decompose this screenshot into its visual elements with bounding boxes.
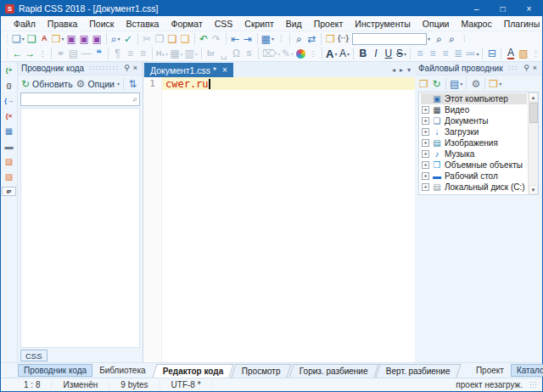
- expand-icon[interactable]: +: [422, 150, 429, 158]
- toolbar-grip[interactable]: [6, 34, 8, 44]
- new-document-icon[interactable]: ❏▾: [11, 32, 25, 46]
- menu-script[interactable]: Скрипт: [238, 19, 279, 29]
- new-style-icon[interactable]: {+: [2, 64, 16, 76]
- find-next-icon[interactable]: ⌕: [445, 32, 458, 46]
- bold-icon[interactable]: B: [356, 47, 369, 60]
- document-tab[interactable]: Документ1.css * ×: [144, 63, 233, 77]
- replace-icon[interactable]: ⇄: [305, 32, 318, 46]
- color-picker-icon[interactable]: [294, 47, 307, 60]
- expand-icon[interactable]: +: [422, 183, 429, 191]
- folder-up-icon[interactable]: ❒: [417, 77, 430, 91]
- scroll-down-icon[interactable]: ▼: [529, 185, 538, 194]
- search-icon[interactable]: ⌕▾: [109, 32, 122, 46]
- menu-format[interactable]: Формат: [165, 19, 208, 29]
- close-button[interactable]: ×: [516, 1, 542, 16]
- list-style-icon[interactable]: ≔▾: [464, 47, 479, 60]
- section-icon[interactable]: ▬: [2, 141, 16, 153]
- goto-style-icon[interactable]: {→: [2, 95, 16, 107]
- tab-library[interactable]: Библиотека: [94, 365, 150, 376]
- toolbar1-overflow2-icon[interactable]: ⋮: [458, 35, 470, 42]
- expand-icon[interactable]: +: [422, 161, 429, 169]
- undo-icon[interactable]: ↶: [198, 32, 210, 46]
- close-icon[interactable]: ×: [531, 64, 539, 72]
- check-css-icon[interactable]: ▨: [2, 156, 16, 168]
- find-previous-icon[interactable]: ⌕: [433, 32, 445, 46]
- close-icon[interactable]: ×: [132, 64, 139, 72]
- div-box-icon[interactable]: ⊟: [485, 47, 498, 60]
- toolbar2-overflow3-icon[interactable]: ⋮: [529, 50, 541, 58]
- paste-icon[interactable]: ❑: [166, 32, 179, 46]
- font-decrease-icon[interactable]: A▾: [338, 47, 350, 60]
- tree-item-documents[interactable]: +❏Документы: [421, 115, 527, 126]
- find-icon[interactable]: ⌕: [293, 32, 305, 46]
- tab-project[interactable]: Проект: [471, 365, 509, 376]
- unindent-icon[interactable]: ⇤: [229, 32, 242, 46]
- expand-icon[interactable]: +: [422, 139, 429, 147]
- open-folder-icon[interactable]: ❒▾: [51, 32, 65, 46]
- tree-item-music[interactable]: +♪Музыка: [421, 148, 527, 160]
- menu-view[interactable]: Вид: [280, 19, 308, 29]
- menu-project[interactable]: Проект: [308, 19, 350, 29]
- table-grid-icon[interactable]: ▦: [2, 126, 16, 137]
- font-color-icon[interactable]: A: [504, 47, 517, 60]
- align-center-icon[interactable]: ≡: [426, 47, 439, 60]
- delete-style-icon[interactable]: {×: [2, 110, 16, 122]
- paste-code-icon[interactable]: ❑: [179, 32, 192, 46]
- dropdown-icon[interactable]: ▾: [428, 36, 430, 42]
- edit-document-icon[interactable]: ❏: [25, 32, 38, 46]
- menu-plugins[interactable]: Плагины: [498, 19, 543, 29]
- tree-item-pictures[interactable]: +▤Изображения: [421, 137, 527, 148]
- resize-grip[interactable]: [529, 381, 537, 389]
- tree-item-this-computer[interactable]: ▣Этот компьютер: [421, 93, 527, 104]
- refresh-icon[interactable]: ↻Обновить: [20, 77, 76, 91]
- comment-icon[interactable]: ❝: [92, 47, 105, 60]
- tab-preview[interactable]: Просмотр: [231, 364, 291, 378]
- options-gear-icon[interactable]: ⚙Опции▾: [76, 77, 120, 91]
- font-increase-icon[interactable]: A▾: [325, 47, 338, 60]
- italic-icon[interactable]: I: [369, 47, 382, 60]
- toolbar1-overflow-icon[interactable]: ⋮: [275, 35, 287, 42]
- menu-macro[interactable]: Макрос: [455, 19, 497, 29]
- expand-icon[interactable]: +: [422, 128, 429, 136]
- sort-az-icon[interactable]: ⇅: [126, 77, 139, 91]
- minimize-button[interactable]: –: [463, 1, 490, 16]
- align-left-icon[interactable]: ≡: [413, 47, 426, 60]
- expand-icon[interactable]: +: [422, 106, 429, 114]
- favorites-folder-icon[interactable]: ❒▾: [488, 77, 502, 91]
- code-search-input[interactable]: [20, 92, 140, 106]
- maximize-button[interactable]: □: [490, 1, 516, 16]
- tree-item-local-disk-c[interactable]: +▤Локальный диск (C:): [421, 182, 527, 193]
- refresh-folder-icon[interactable]: ↻: [430, 77, 443, 91]
- expand-icon[interactable]: +: [422, 117, 429, 125]
- tab-code-editor[interactable]: Редактор кода: [152, 364, 234, 378]
- ip-button[interactable]: IP: [2, 187, 16, 196]
- tab-close-icon[interactable]: ×: [222, 65, 227, 75]
- expand-icon[interactable]: +: [422, 172, 429, 180]
- save-icon[interactable]: ▣: [65, 32, 78, 46]
- css-scope-tab[interactable]: CSS: [20, 350, 48, 361]
- spellcheck-icon[interactable]: ✓: [122, 32, 135, 46]
- tree-item-3d-objects[interactable]: +❒Объемные объекты: [421, 160, 527, 171]
- settings-gear-icon[interactable]: ⚙: [469, 77, 482, 91]
- tree-item-desktop[interactable]: +▬Рабочий стол: [421, 171, 527, 182]
- find-combo-input[interactable]: [352, 33, 427, 45]
- menu-options[interactable]: Опции: [417, 19, 456, 29]
- code-snippet-icon[interactable]: {··}: [337, 32, 350, 46]
- highlight-color-icon[interactable]: ▨: [517, 47, 529, 60]
- tab-vertical-split[interactable]: Верт. разбиение: [376, 364, 462, 378]
- toolbar2-overflow2-icon[interactable]: ⋮: [307, 50, 319, 58]
- table-view-icon[interactable]: ▦▾: [260, 32, 275, 46]
- menu-search[interactable]: Поиск: [83, 19, 120, 29]
- find-in-files-icon[interactable]: ❒: [324, 32, 337, 46]
- tree-item-video[interactable]: +▦Видео: [421, 104, 527, 115]
- tab-scroll-left-icon[interactable]: ◂: [392, 66, 395, 74]
- toolbar2-overflow-icon[interactable]: ⋮: [36, 50, 48, 58]
- menu-file[interactable]: Файл: [8, 19, 42, 29]
- align-justify-icon[interactable]: ≣: [451, 47, 464, 60]
- tab-scroll-right-icon[interactable]: ▸: [400, 66, 403, 74]
- code-explorer-content[interactable]: [20, 108, 140, 348]
- tab-directories[interactable]: Каталоги: [511, 364, 543, 377]
- check-css-alt-icon[interactable]: ▨: [2, 171, 16, 183]
- align-right-icon[interactable]: ≡: [439, 47, 451, 60]
- tab-list-icon[interactable]: ▾: [407, 66, 411, 74]
